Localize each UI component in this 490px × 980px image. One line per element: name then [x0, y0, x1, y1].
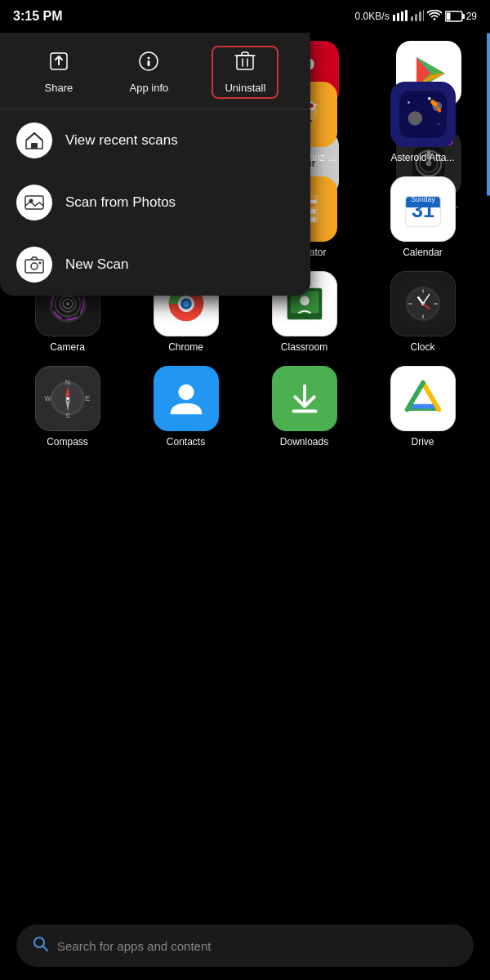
svg-rect-39 — [399, 91, 447, 138]
photos-icon — [16, 185, 52, 220]
share-label: Share — [45, 82, 74, 94]
search-icon — [33, 936, 49, 956]
home-icon — [16, 122, 52, 158]
new-scan-label: New Scan — [65, 256, 128, 273]
svg-rect-0 — [393, 15, 395, 21]
status-bar: 3:15 PM 0.0KB/s — [0, 0, 490, 33]
svg-rect-7 — [423, 10, 424, 21]
svg-rect-26 — [25, 196, 43, 209]
svg-point-110 — [66, 397, 69, 400]
chrome-label: Chrome — [168, 341, 203, 353]
app-drive[interactable]: Drive — [363, 366, 482, 448]
uninstall-action[interactable]: Uninstall — [212, 46, 278, 99]
compass-label: Compass — [47, 436, 88, 448]
drive-label: Drive — [411, 436, 434, 448]
calendar-icon: Sunday 31 — [390, 176, 456, 242]
svg-rect-10 — [462, 14, 465, 19]
network-speed: 0.0KB/s — [355, 11, 390, 22]
app-info-label: App info — [130, 82, 169, 94]
downloads-icon — [272, 366, 337, 431]
svg-point-8 — [433, 18, 435, 20]
search-placeholder: Search for apps and content — [57, 939, 211, 953]
svg-point-112 — [178, 385, 194, 400]
svg-text:W: W — [44, 394, 51, 403]
context-actions-bar: Share App info U — [0, 33, 310, 109]
compass-icon: N S W E — [35, 366, 100, 431]
search-bar[interactable]: Search for apps and content — [16, 924, 474, 967]
clock-label: Clock — [410, 341, 434, 353]
signal-icon — [411, 10, 424, 24]
svg-rect-28 — [25, 260, 43, 273]
svg-point-88 — [300, 296, 310, 305]
svg-rect-11 — [446, 13, 450, 20]
svg-line-119 — [43, 947, 47, 951]
svg-text:31: 31 — [412, 198, 434, 221]
app-compass[interactable]: N S W E Compass — [8, 366, 127, 448]
camera-icon — [16, 247, 52, 283]
new-scan-item[interactable]: New Scan — [0, 234, 310, 296]
svg-point-44 — [427, 97, 430, 100]
svg-rect-1 — [397, 13, 399, 21]
svg-point-77 — [66, 302, 69, 305]
uninstall-label: Uninstall — [225, 82, 265, 94]
scan-from-photos-item[interactable]: Scan from Photos — [0, 172, 310, 234]
clock-icon — [390, 271, 456, 336]
contacts-icon — [154, 366, 219, 431]
downloads-label: Downloads — [280, 436, 328, 448]
svg-point-40 — [408, 111, 421, 125]
battery-icon: 29 — [445, 11, 477, 22]
svg-text:N: N — [65, 378, 69, 386]
trash-icon — [234, 51, 256, 77]
info-icon — [138, 51, 159, 77]
app-contacts[interactable]: Contacts — [127, 366, 245, 448]
svg-text:E: E — [85, 394, 90, 403]
svg-rect-5 — [415, 14, 417, 21]
battery-level: 29 — [466, 11, 477, 22]
view-recent-label: View recent scans — [65, 132, 178, 149]
classroom-label: Classroom — [281, 341, 327, 353]
scan-photos-label: Scan from Photos — [65, 194, 176, 211]
app-clock[interactable]: Clock — [363, 271, 482, 353]
svg-rect-89 — [288, 316, 320, 318]
status-icons: 0.0KB/s — [355, 10, 477, 24]
svg-rect-3 — [405, 10, 408, 21]
asteroid-label: Asteroid Atta... — [390, 152, 454, 163]
app-asteroid[interactable]: Asteroid Atta... — [363, 82, 482, 163]
svg-rect-4 — [411, 16, 413, 21]
share-action[interactable]: Share — [32, 46, 87, 99]
svg-point-22 — [148, 57, 150, 60]
svg-rect-25 — [31, 143, 38, 149]
svg-rect-23 — [148, 60, 150, 66]
svg-rect-6 — [419, 11, 421, 21]
context-menu: Share App info U — [0, 33, 310, 296]
app-calendar[interactable]: Sunday 31 Calendar — [363, 176, 482, 258]
asteroid-icon — [390, 82, 456, 147]
svg-point-29 — [31, 263, 38, 270]
calendar-label: Calendar — [403, 247, 443, 258]
app-info-action[interactable]: App info — [117, 46, 182, 99]
contacts-label: Contacts — [167, 436, 205, 448]
svg-point-45 — [408, 101, 410, 104]
camera-label: Camera — [50, 341, 85, 353]
svg-point-46 — [438, 123, 439, 125]
view-recent-scans-item[interactable]: View recent scans — [0, 109, 310, 172]
svg-rect-24 — [237, 56, 253, 69]
svg-rect-2 — [401, 11, 403, 21]
svg-point-118 — [34, 938, 44, 947]
network-type-icon — [393, 10, 408, 24]
wifi-icon — [427, 10, 442, 24]
svg-point-83 — [183, 301, 189, 307]
share-icon — [48, 51, 69, 77]
drive-icon — [390, 366, 456, 431]
svg-point-30 — [39, 262, 42, 265]
svg-text:S: S — [65, 412, 70, 420]
status-time: 3:15 PM — [13, 9, 62, 24]
app-downloads[interactable]: Downloads — [245, 366, 363, 448]
svg-rect-114 — [292, 410, 317, 413]
